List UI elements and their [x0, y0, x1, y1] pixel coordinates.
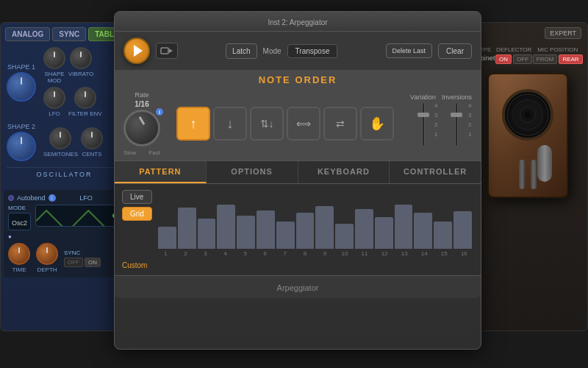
lfo-section: Autobend i LFO ● MODE Osc2 ●	[4, 190, 125, 277]
dir-updown-button[interactable]: ⇅↓	[250, 107, 284, 141]
pattern-bar-10[interactable]	[335, 224, 354, 249]
dir-spread-button[interactable]: ⟺	[287, 107, 320, 141]
time-knob[interactable]	[8, 243, 30, 265]
deflector-off-btn[interactable]: OFF	[513, 54, 532, 64]
bar-num-2: 2	[176, 250, 195, 257]
lfo-label: LFO	[49, 110, 60, 117]
pattern-bar-5[interactable]	[237, 216, 255, 249]
dir-up-button[interactable]: ↑	[176, 107, 210, 141]
variation-slider[interactable]: 4 3 2 1	[416, 102, 431, 154]
oscillator-tabs: ANALOG SYNC TABLE	[1, 23, 128, 41]
inversions-thumb[interactable]	[451, 113, 462, 117]
shape-mod-knob[interactable]	[43, 47, 65, 69]
pattern-bar-15[interactable]	[434, 222, 452, 250]
mic-front-btn[interactable]: FROM	[533, 54, 558, 64]
inv-num-1: 1	[468, 131, 471, 138]
main-panel: Inst 2: Arpeggiator Latch Mode Transpose…	[114, 11, 481, 350]
pattern-bar-16[interactable]	[453, 211, 472, 249]
right-panel-cabinet: EXPERT TYPE Cabinet DEFLECTOR ON OFF MIC…	[467, 22, 588, 331]
lfo-header-label: LFO	[79, 194, 93, 202]
rate-section: Rate 1/16 i Slow Fast	[123, 91, 160, 156]
latch-button[interactable]: Latch	[226, 43, 257, 59]
expert-button[interactable]: EXPERT	[545, 27, 581, 39]
pattern-bar-14[interactable]	[414, 213, 432, 249]
right-panel-header: EXPERT	[467, 23, 587, 43]
fast-label: Fast	[148, 149, 160, 156]
sync-label: SYNC	[64, 250, 101, 256]
inversions-slider[interactable]: 4 3 2 1	[449, 102, 464, 154]
shape-mod-knob-container: SHAPEMOD	[43, 47, 65, 84]
note-order-controls: Rate 1/16 i Slow Fast ↑ ↓ ⇅↓ ⟺ ⇄ ✋	[123, 91, 472, 156]
delete-last-button[interactable]: Delete Last	[386, 43, 433, 59]
filter-env-knob[interactable]	[74, 87, 96, 109]
shape2-label: SHAPE 2	[7, 123, 36, 130]
depth-label: DEPTH	[37, 266, 57, 273]
custom-label: Custom	[122, 261, 473, 269]
mode-label: Mode	[263, 47, 282, 55]
lfo-graph	[35, 205, 121, 227]
lfo-knob[interactable]	[43, 87, 65, 109]
cabinet-mic	[537, 145, 552, 182]
pattern-bar-13[interactable]	[395, 205, 413, 249]
dir-down-button[interactable]: ↓	[213, 107, 247, 141]
vibrato-label: VIBRATO	[68, 71, 93, 77]
rate-info-icon: i	[156, 108, 163, 116]
tab-controller[interactable]: CONTROLLER	[390, 161, 481, 183]
shape2-knob[interactable]	[7, 132, 36, 161]
pattern-bar-2[interactable]	[178, 208, 196, 249]
tab-pattern[interactable]: PATTERN	[115, 161, 207, 183]
variation-track	[422, 102, 425, 146]
svg-point-3	[525, 112, 531, 118]
mic-rear-btn[interactable]: REAR	[559, 54, 582, 64]
vibrato-knob[interactable]	[70, 47, 92, 69]
pattern-bar-8[interactable]	[296, 213, 315, 249]
bars-container	[157, 190, 473, 249]
pattern-controls: Live Grid 12345678910111213141516	[122, 190, 473, 257]
variation-label: Variation	[410, 93, 436, 101]
shape1-label: SHAPE 1	[7, 63, 36, 71]
bar-num-3: 3	[196, 250, 215, 257]
mic-position-label: MIC POSITION	[537, 46, 578, 53]
clear-button[interactable]: Clear	[438, 43, 472, 59]
variation-group: Variation 4 3 2 1	[410, 93, 436, 154]
pattern-bar-11[interactable]	[355, 209, 373, 249]
sync-off-btn[interactable]: OFF	[64, 258, 83, 267]
cabinet-body	[487, 73, 568, 198]
bar-num-7: 7	[276, 250, 294, 257]
bar-numbers: 12345678910111213141516	[157, 250, 473, 257]
tab-options[interactable]: OPTIONS	[207, 161, 298, 183]
shape1-knob[interactable]	[7, 72, 36, 102]
tab-analog[interactable]: ANALOG	[5, 27, 50, 41]
depth-knob[interactable]	[36, 243, 58, 265]
pattern-bar-12[interactable]	[375, 217, 393, 250]
pattern-bar-1[interactable]	[158, 227, 176, 249]
inversions-nums: 4 3 2 1	[468, 102, 471, 138]
pattern-bar-9[interactable]	[315, 206, 334, 250]
tab-keyboard[interactable]: KEYBOARD	[298, 161, 390, 183]
record-button[interactable]	[156, 43, 178, 59]
rate-knob[interactable]	[123, 110, 160, 146]
lfo-status: ●	[8, 233, 31, 240]
sync-on-btn[interactable]: ON	[85, 258, 101, 267]
grid-button[interactable]: Grid	[122, 207, 152, 221]
pattern-bar-3[interactable]	[198, 219, 216, 249]
live-button[interactable]: Live	[122, 190, 152, 204]
pattern-bar-7[interactable]	[276, 222, 295, 250]
mode-label: MODE	[8, 205, 31, 211]
inv-num-2: 2	[468, 121, 471, 128]
pattern-bar-4[interactable]	[217, 205, 235, 249]
pattern-section: Live Grid 12345678910111213141516 Custom	[115, 184, 481, 275]
play-button[interactable]	[123, 38, 150, 64]
right-panel-controls: TYPE Cabinet DEFLECTOR ON OFF MIC POSITI…	[467, 43, 587, 67]
semitones-knob[interactable]	[49, 127, 71, 149]
pattern-bar-6[interactable]	[257, 210, 275, 250]
vibrato-knob-container: VIBRATO	[68, 47, 93, 84]
lfo-header: Autobend i LFO ●	[8, 194, 121, 202]
dir-random-button[interactable]: ⇄	[323, 107, 357, 141]
tab-sync[interactable]: SYNC	[52, 27, 86, 41]
variation-thumb[interactable]	[417, 113, 429, 117]
deflector-on-btn[interactable]: ON	[495, 54, 512, 64]
dir-hold-button[interactable]: ✋	[360, 107, 394, 141]
cents-knob[interactable]	[81, 127, 103, 149]
shape-mod-label: SHAPEMOD	[44, 71, 64, 84]
